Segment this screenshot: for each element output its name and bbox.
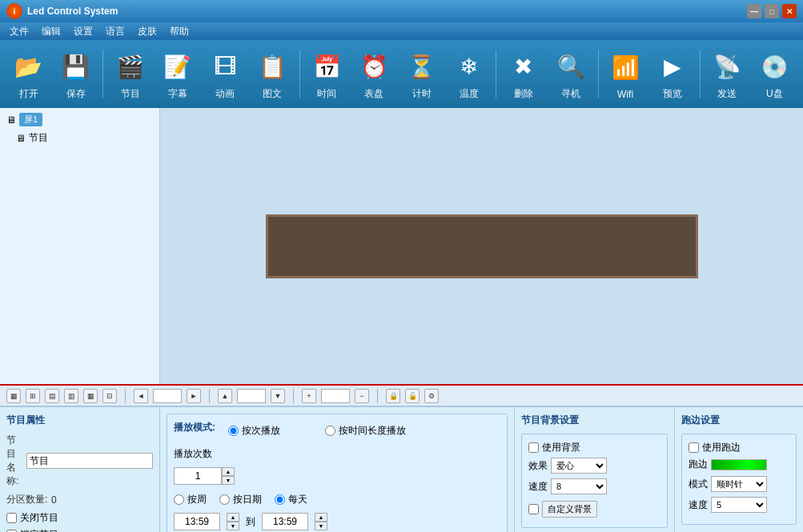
time-end-input[interactable] xyxy=(262,513,308,530)
toolbar-icon-15: 💿 xyxy=(755,47,793,86)
by-date-input[interactable] xyxy=(219,494,230,505)
toolbar-sep xyxy=(496,50,496,98)
name-row: 节目名称: xyxy=(6,434,153,488)
by-count-input[interactable] xyxy=(228,426,239,436)
grid-icon-5[interactable]: ▦ xyxy=(83,389,98,403)
time-start-up[interactable]: ▲ xyxy=(227,513,239,522)
next-page-btn[interactable]: ► xyxy=(187,389,201,403)
props-title: 节目属性 xyxy=(6,414,153,427)
daily-input[interactable] xyxy=(275,494,285,505)
toolbar-label-1: 保存 xyxy=(66,87,86,101)
toolbar-btn-1[interactable]: 💾保存 xyxy=(54,44,98,104)
grid-icon-2[interactable]: ⊞ xyxy=(26,389,40,403)
toolbar-btn-12[interactable]: 📶Wifi xyxy=(604,46,648,103)
close-checkbox[interactable]: 关闭节目 xyxy=(6,511,153,525)
grid-icon-6[interactable]: ⊟ xyxy=(102,389,117,403)
pos-input[interactable]: 000 xyxy=(237,389,266,403)
daily-radio[interactable]: 每天 xyxy=(275,493,307,506)
bg-speed-select[interactable]: 8 xyxy=(551,478,607,494)
play-mode-title: 播放模式: xyxy=(174,421,215,434)
by-date-radio[interactable]: 按日期 xyxy=(219,493,262,506)
maximize-button[interactable]: □ xyxy=(765,4,779,18)
border-speed-select[interactable]: 5 xyxy=(711,497,767,513)
menu-item-编辑[interactable]: 编辑 xyxy=(35,23,67,40)
menu-item-皮肤[interactable]: 皮肤 xyxy=(131,23,163,40)
toolbar-icon-9: ❄ xyxy=(450,47,488,86)
lock-icon[interactable]: 🔒 xyxy=(386,389,400,403)
toolbar-btn-5[interactable]: 📋图文 xyxy=(251,44,295,104)
by-time-radio[interactable]: 按时间长度播放 xyxy=(325,424,406,438)
by-count-radio[interactable]: 按次播放 xyxy=(228,424,280,438)
menu-item-帮助[interactable]: 帮助 xyxy=(163,23,195,40)
border-mode-select[interactable]: 顺时针 xyxy=(711,476,767,492)
toolbar-btn-15[interactable]: 💿U盘 xyxy=(753,44,797,104)
border-inner: 使用跑边 跑边 模式 顺时针 速度 5 xyxy=(681,434,797,525)
border-mode-label: 模式 xyxy=(689,478,708,491)
name-label: 节目名称: xyxy=(6,434,23,488)
toolbar-btn-3[interactable]: 📝字幕 xyxy=(155,44,199,104)
minimize-button[interactable]: — xyxy=(747,4,761,18)
settings-icon[interactable]: ⚙ xyxy=(424,389,439,403)
led-canvas[interactable] xyxy=(266,214,698,278)
close-button[interactable]: ✕ xyxy=(782,4,797,18)
file-tree-panel: 🖥 屏1 🖥 节目 xyxy=(0,108,160,384)
down-btn[interactable]: ▼ xyxy=(271,389,285,403)
unlock-icon[interactable]: 🔓 xyxy=(405,389,420,403)
grid-icon-3[interactable]: ▤ xyxy=(45,389,59,403)
toolbar-btn-8[interactable]: ⏳计时 xyxy=(399,44,444,104)
lock-checkbox[interactable]: 锁定节目 xyxy=(6,528,153,532)
by-week-input[interactable] xyxy=(174,494,184,505)
use-border-checkbox[interactable]: 使用跑边 xyxy=(689,441,789,454)
time-start-down[interactable]: ▼ xyxy=(227,522,239,530)
prev-page-btn[interactable]: ◄ xyxy=(134,389,148,403)
sep-1 xyxy=(125,389,126,403)
effect-select[interactable]: 爱心 xyxy=(551,458,607,474)
use-bg-check[interactable] xyxy=(528,442,539,453)
toolbar-btn-4[interactable]: 🎞动画 xyxy=(203,44,247,104)
name-input[interactable] xyxy=(26,453,153,469)
by-time-input[interactable] xyxy=(325,426,335,436)
custom-bg-btn[interactable]: 自定义背景 xyxy=(542,501,597,518)
count-up-btn[interactable]: ▲ xyxy=(222,467,235,476)
custom-bg-checkbox[interactable]: 自定义背景 xyxy=(528,501,660,518)
time-end-down[interactable]: ▼ xyxy=(315,522,327,530)
toolbar-btn-11[interactable]: 🔍寻机 xyxy=(548,44,592,104)
up-btn[interactable]: ▲ xyxy=(218,389,232,403)
toolbar: 📂打开💾保存🎬节目📝字幕🎞动画📋图文📅时间⏰表盘⏳计时❄温度✖删除🔍寻机📶Wif… xyxy=(0,40,803,108)
toolbar-label-12: Wifi xyxy=(617,89,633,100)
tree-child[interactable]: 🖥 节目 xyxy=(3,130,156,146)
toolbar-btn-2[interactable]: 🎬节目 xyxy=(108,44,152,104)
toolbar-btn-0[interactable]: 📂打开 xyxy=(6,44,50,104)
time-start-input[interactable] xyxy=(174,513,220,530)
page-input[interactable]: 001 xyxy=(153,389,182,403)
title-bar: i Led Control System — □ ✕ xyxy=(0,0,803,22)
toolbar-btn-6[interactable]: 📅时间 xyxy=(305,44,349,104)
custom-bg-check[interactable] xyxy=(528,504,539,514)
close-check[interactable] xyxy=(6,513,17,523)
plus-btn[interactable]: + xyxy=(302,389,316,403)
toolbar-btn-9[interactable]: ❄温度 xyxy=(447,44,491,104)
toolbar-icon-1: 💾 xyxy=(57,47,95,86)
use-border-label: 使用跑边 xyxy=(702,441,741,454)
count-down-btn[interactable]: ▼ xyxy=(222,476,235,485)
border-label: 跑边 xyxy=(689,458,708,471)
menu-item-设置[interactable]: 设置 xyxy=(67,23,99,40)
minus-btn[interactable]: − xyxy=(355,389,369,403)
grid-icon-4[interactable]: ▥ xyxy=(64,389,78,403)
toolbar-btn-14[interactable]: 📡发送 xyxy=(705,44,749,104)
menu-item-文件[interactable]: 文件 xyxy=(3,23,35,40)
toolbar-btn-13[interactable]: ▶预览 xyxy=(651,44,695,104)
grid-icon-1[interactable]: ▦ xyxy=(6,389,21,403)
menu-item-语言[interactable]: 语言 xyxy=(99,23,131,40)
use-border-check[interactable] xyxy=(689,442,699,453)
count-value-input[interactable] xyxy=(174,467,222,485)
time-end-up[interactable]: ▲ xyxy=(315,513,327,522)
toolbar-btn-7[interactable]: ⏰表盘 xyxy=(352,44,396,104)
toolbar-btn-10[interactable]: ✖删除 xyxy=(501,44,545,104)
screen-tab[interactable]: 屏1 xyxy=(19,113,42,126)
size-input[interactable]: 000 xyxy=(321,389,350,403)
tree-root[interactable]: 🖥 屏1 xyxy=(3,111,156,128)
border-color-bar[interactable] xyxy=(711,459,767,470)
use-bg-checkbox[interactable]: 使用背景 xyxy=(528,441,660,454)
by-week-radio[interactable]: 按周 xyxy=(174,493,207,506)
